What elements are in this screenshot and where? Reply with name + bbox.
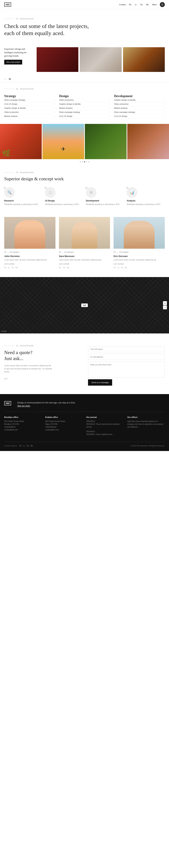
team-fb-3[interactable]: Fb. xyxy=(113,267,116,269)
map-google-label: Google xyxy=(1,330,6,332)
strategy-item-5[interactable]: Market analysis › xyxy=(4,114,55,118)
team-connect-2[interactable]: Let's connect xyxy=(59,262,110,265)
team-tw-3[interactable]: Tw. xyxy=(121,267,124,269)
team-be-1[interactable]: Be. xyxy=(16,267,18,269)
design-title: Design xyxy=(59,94,110,98)
footer-fb[interactable]: Fb. xyxy=(20,445,22,447)
menu-button[interactable] xyxy=(160,2,165,7)
arrow-icon: › xyxy=(164,107,165,109)
carousel-dot-3[interactable] xyxy=(84,161,85,162)
message-input[interactable] xyxy=(88,362,165,377)
carousel-dot-5[interactable] xyxy=(88,161,89,162)
superior-section: 01. Around the world Superior design & c… xyxy=(0,164,169,211)
navbar: Höl Contact Fb. Li. Tw. Be. More xyxy=(0,0,169,9)
team-fb-1[interactable]: Fb. xyxy=(4,267,7,269)
team-connect-3[interactable]: Let's connect xyxy=(113,262,165,265)
cta-button[interactable]: Get a new project xyxy=(4,60,22,64)
team-in-3[interactable]: In. xyxy=(117,267,120,269)
hero-eyebrow-text: Around the world xyxy=(20,18,33,20)
footer-tw[interactable]: Tw. xyxy=(27,445,29,447)
strategy-item-1[interactable]: Deep campaign strategy › xyxy=(4,98,55,102)
design-item-1[interactable]: Video production › xyxy=(59,98,110,102)
dev-item-5[interactable]: UI & UX design › xyxy=(114,114,165,118)
nav-contact[interactable]: Contact xyxy=(119,3,126,6)
dev-item-3-label: Market analysis xyxy=(114,107,128,109)
design-item-5[interactable]: UI & UX design › xyxy=(59,114,110,118)
carousel-dot-1[interactable] xyxy=(80,161,81,162)
team-tw-1[interactable]: Tw. xyxy=(12,267,14,269)
nav-more[interactable]: More xyxy=(152,3,157,6)
experience-description: Experience design and intelligent market… xyxy=(4,47,32,58)
team-fb-2[interactable]: Fb. xyxy=(59,267,61,269)
concept-icon-wrap-4: 04. 📊 xyxy=(127,187,137,198)
team-in-1[interactable]: In. xyxy=(8,267,10,269)
name-input[interactable] xyxy=(88,346,165,352)
nav-fb[interactable]: Fb. xyxy=(129,3,132,6)
footer-copyright: © 2016 Höl Interactive. All Rights Reser… xyxy=(130,445,165,447)
footer-be[interactable]: Be. xyxy=(31,445,33,447)
services-column-strategy: Strategy Deep campaign strategy › UI & U… xyxy=(4,94,55,118)
team-be-3[interactable]: Be. xyxy=(125,267,128,269)
nav-be[interactable]: Be. xyxy=(146,3,149,6)
footer-logo[interactable]: Höl xyxy=(4,401,11,405)
team-tw-2[interactable]: Tw. xyxy=(63,267,66,269)
team-desc-3: Lorem ipsum dolor sit amet, consectetur … xyxy=(113,258,165,261)
nav-li[interactable]: Li. xyxy=(135,3,137,6)
strategy-item-2[interactable]: UI & UX design › xyxy=(4,102,55,106)
strategy-item-4[interactable]: Video production › xyxy=(4,110,55,114)
hero-image-1 xyxy=(37,47,78,72)
dev-item-3[interactable]: Market analysis › xyxy=(114,106,165,110)
carousel-track xyxy=(0,124,169,159)
concept-desc-2: Worldwide spending on advertising in 201… xyxy=(45,203,83,206)
map-section: höl + − Google xyxy=(0,277,169,334)
concept-desc-3: Worldwide spending on advertising in 201… xyxy=(86,203,124,206)
dev-item-2[interactable]: Video production › xyxy=(114,102,165,106)
carousel-dot-2[interactable] xyxy=(82,161,83,162)
carousel-dot-4[interactable] xyxy=(86,161,87,162)
arrow-icon: › xyxy=(55,107,55,109)
strategy-item-3[interactable]: Graphic design & identity › xyxy=(4,106,55,110)
footer-tagline-link[interactable]: See our work. xyxy=(18,405,30,407)
journal-title-2[interactable]: 2015/06/11: Tips to optimize your... xyxy=(86,433,124,436)
footer: Höl Design & communications for the new … xyxy=(0,394,169,451)
carousel-item-4 xyxy=(127,124,169,159)
team-name-2: Sara Munssen xyxy=(59,255,110,257)
footer-col-krakow: Kraków office 202 Purple Screen Street R… xyxy=(45,416,83,438)
nav-logo[interactable]: Höl xyxy=(4,2,11,7)
carousel-section xyxy=(0,124,169,164)
concept-desc-4: Worldwide spending on advertising in 201… xyxy=(127,203,165,206)
footer-col-brooklyn-address: 202 Purple Screen Street Brooklyn, NY 97… xyxy=(4,420,42,431)
map-zoom-out[interactable]: − xyxy=(163,305,167,309)
design-item-4[interactable]: Deep campaign strategy › xyxy=(59,110,110,114)
dev-item-4[interactable]: Deep campaign strategy › xyxy=(114,110,165,114)
view-list-icon[interactable]: — xyxy=(4,78,7,81)
team-section: 01...... UX designer John Dormiun Lorem … xyxy=(0,211,169,274)
footer-li[interactable]: Li. xyxy=(23,445,25,447)
journal-title-1[interactable]: 2015/03/12: Tips to improve your custome… xyxy=(86,423,124,429)
footer-connect-text: Connect with us: xyxy=(4,445,17,447)
footer-col-offices-text: Light does some important aspects of a c… xyxy=(127,420,165,429)
footer-tagline: Design & communications for the new age,… xyxy=(18,401,75,407)
footer-tagline-text: Design & communications for the new age,… xyxy=(18,401,75,404)
footer-col-brooklyn-title: Brooklyn office xyxy=(4,416,42,418)
analysis-icon: 📊 xyxy=(130,190,134,194)
concept-title-2: UI Design xyxy=(45,199,83,202)
strategy-title: Strategy xyxy=(4,94,55,98)
dev-item-1[interactable]: Graphic design & identity › xyxy=(114,98,165,102)
team-name-3: Eric Dorssen xyxy=(113,255,165,257)
footer-col-offices-title: Our offices xyxy=(127,416,165,418)
concept-title-1: Research xyxy=(4,199,42,202)
map-zoom-in[interactable]: + xyxy=(163,301,167,305)
design-item-2[interactable]: Graphic design & identity › xyxy=(59,102,110,106)
team-be-2[interactable]: Be. xyxy=(67,267,70,269)
dev-item-1-label: Graphic design & identity xyxy=(114,99,136,101)
submit-button[interactable]: Send us a message xyxy=(88,379,112,385)
quote-body: Lorem ipsum dolor sit amet, consectetur … xyxy=(4,364,54,373)
team-connect-1[interactable]: Let's connect xyxy=(4,262,56,265)
view-grid-icon[interactable]: ⊞ xyxy=(9,78,11,81)
email-input[interactable] xyxy=(88,354,165,360)
team-photo-1 xyxy=(4,217,56,249)
nav-tw[interactable]: Tw. xyxy=(140,3,143,6)
design-item-3[interactable]: Market analysis › xyxy=(59,106,110,110)
services-grid: Strategy Deep campaign strategy › UI & U… xyxy=(4,94,165,118)
